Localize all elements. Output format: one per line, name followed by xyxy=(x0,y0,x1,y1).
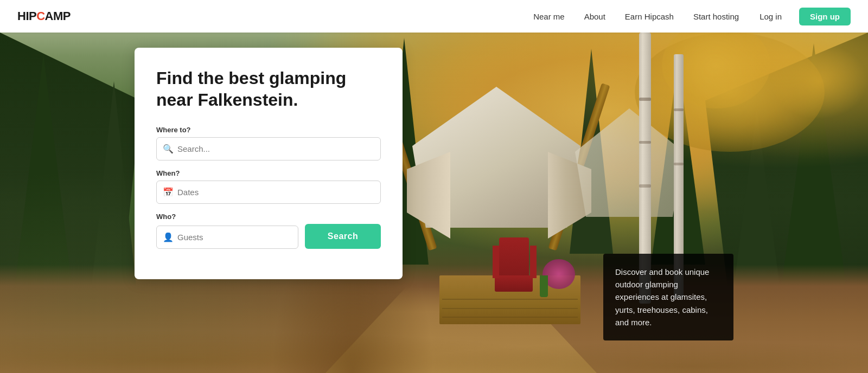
guests-input-wrapper: 👤 xyxy=(156,226,298,249)
bottom-row: 👤 Search xyxy=(156,224,381,249)
where-label: Where to? xyxy=(156,126,381,134)
hero-background xyxy=(0,0,868,373)
nav-about[interactable]: About xyxy=(577,8,613,25)
where-group: Where to? 🔍 xyxy=(156,126,381,160)
headline-line1: Find the best glamping xyxy=(156,68,346,88)
birch-mark-2 xyxy=(639,141,651,144)
when-label: When? xyxy=(156,169,381,177)
nav-near-me[interactable]: Near me xyxy=(526,8,572,25)
birch-mark-4 xyxy=(674,108,684,111)
when-input[interactable] xyxy=(156,181,381,204)
info-box: Discover and book unique outdoor glampin… xyxy=(603,254,733,340)
nav: Near me About Earn Hipcash Start hosting… xyxy=(526,8,851,25)
when-group: When? 📅 xyxy=(156,169,381,204)
birch-mark-5 xyxy=(674,163,684,165)
hero-section: Find the best glamping near Falkenstein.… xyxy=(0,0,868,373)
search-button[interactable]: Search xyxy=(305,224,381,249)
birch-mark-1 xyxy=(639,98,651,101)
guests-input[interactable] xyxy=(156,226,298,249)
who-group: Who? 👤 Search xyxy=(156,213,381,249)
logo-text-c: C xyxy=(36,9,44,23)
info-box-text: Discover and book unique outdoor glampin… xyxy=(615,266,722,329)
logo-text-amp: AMP xyxy=(45,9,71,23)
leaves-overlay xyxy=(0,0,868,373)
search-card: Find the best glamping near Falkenstein.… xyxy=(135,48,403,279)
logo[interactable]: HIPCAMP xyxy=(17,9,71,23)
when-input-wrapper: 📅 xyxy=(156,181,381,204)
logo-text-hip: HIP xyxy=(17,9,36,23)
login-button[interactable]: Log in xyxy=(751,8,790,25)
card-headline: Find the best glamping near Falkenstein. xyxy=(156,67,381,111)
where-input[interactable] xyxy=(156,137,381,160)
nav-hosting[interactable]: Start hosting xyxy=(686,8,746,25)
who-label: Who? xyxy=(156,213,381,221)
where-input-wrapper: 🔍 xyxy=(156,137,381,160)
nav-earn[interactable]: Earn Hipcash xyxy=(617,8,681,25)
header: HIPCAMP Near me About Earn Hipcash Start… xyxy=(0,0,868,33)
signup-button[interactable]: Sign up xyxy=(799,8,851,25)
guests-wrapper: 👤 xyxy=(156,226,298,249)
birch-mark-3 xyxy=(639,184,651,188)
headline-line2: near Falkenstein. xyxy=(156,90,298,110)
